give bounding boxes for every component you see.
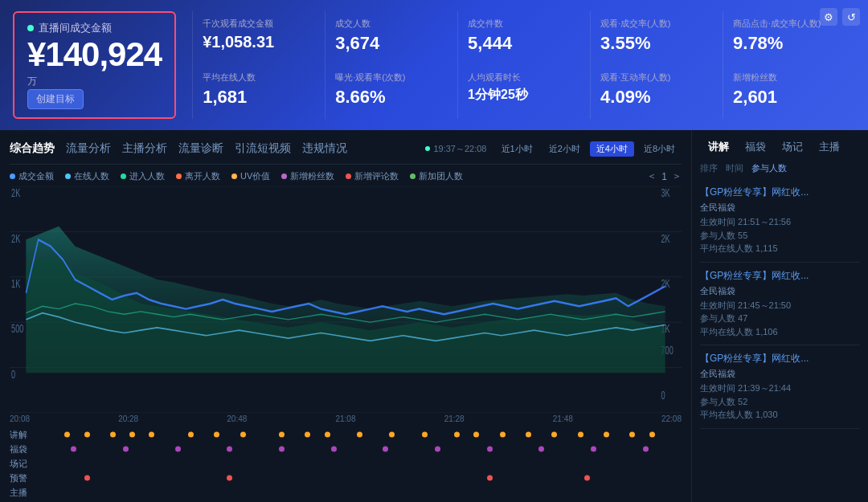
settings-icon[interactable]: ⚙ — [820, 8, 837, 26]
event-row-host: 主播 — [10, 486, 682, 499]
event-dots-record — [32, 457, 682, 470]
rp-item-avgonline-1: 平均在线人数 1,106 — [700, 325, 860, 339]
stat-label-1: 成交人数 — [335, 18, 448, 30]
event-dots-lucky — [32, 443, 682, 455]
rp-item-time-2: 生效时间 21:39～21:44 — [700, 382, 860, 395]
event-dot — [305, 432, 310, 438]
time-buttons: 近1小时 近2小时 近4小时 近8小时 — [495, 141, 682, 157]
stat-item-2: 成交件数 5,444 — [457, 11, 590, 65]
tab-diagnosis[interactable]: 流量诊断 — [178, 138, 235, 159]
tab-shortvideo[interactable]: 引流短视频 — [235, 138, 302, 159]
svg-text:500: 500 — [11, 322, 23, 336]
event-dot — [64, 432, 70, 438]
event-dot — [487, 447, 493, 452]
stat-label-3: 观看·成交率(人数) — [600, 18, 713, 30]
rp-tab-lecture[interactable]: 讲解 — [700, 137, 737, 157]
event-dot — [84, 475, 90, 481]
tab-host[interactable]: 主播分析 — [122, 138, 178, 159]
main-metric-title: 直播间成交金额 — [27, 21, 162, 35]
event-dot — [227, 475, 232, 481]
event-dot — [487, 475, 493, 481]
event-dot — [188, 432, 194, 438]
event-dot — [149, 432, 154, 438]
legend-item-2[interactable]: 进入人数 — [121, 170, 165, 182]
rp-item-0: 【GP粉丝专享】网红收... 全民福袋 生效时间 21:51～21:56 参与人… — [700, 179, 860, 263]
stat-value-0: ¥1,058.31 — [203, 33, 315, 51]
time-btn-8h[interactable]: 近8小时 — [637, 141, 682, 157]
event-dot — [578, 432, 583, 438]
legend-dot-5 — [281, 173, 287, 179]
rp-item-tag-0: 全民福袋 — [700, 202, 860, 214]
legend-item-7[interactable]: 新加团人数 — [410, 170, 463, 182]
legend-label-2: 进入人数 — [129, 170, 165, 182]
legend-dot-1 — [65, 173, 71, 179]
legend-dot-0 — [10, 173, 15, 179]
event-label-record: 场记 — [10, 458, 32, 470]
chart-container: 2K 2K 1K 500 0 3K 2K 2K 1K 700 0 — [10, 186, 682, 413]
right-panel: 讲解 福袋 场记 主播 排序 时间 参与人数 【GP粉丝专享】网红收... 全民… — [691, 130, 868, 502]
event-rows: 讲解 福袋 场记 预警 主播 — [10, 425, 682, 502]
event-dot — [357, 432, 362, 438]
rp-item-time-0: 生效时间 21:51～21:56 — [700, 215, 860, 229]
stat-label-8: 观看·互动率(人数) — [600, 71, 713, 84]
event-dot — [240, 432, 246, 438]
chart-section: 综合趋势 流量分析 主播分析 流量诊断 引流短视频 违规情况 19:37～22:… — [0, 130, 691, 502]
legend-dot-6 — [346, 173, 351, 179]
time-btn-2h[interactable]: 近2小时 — [542, 141, 587, 157]
next-page-icon[interactable]: ＞ — [672, 169, 682, 183]
event-dots-warning — [32, 471, 682, 484]
event-dot — [279, 432, 285, 438]
time-label-2: 20:48 — [227, 414, 247, 423]
event-dot — [473, 432, 479, 438]
create-goal-button[interactable]: 创建目标 — [27, 89, 84, 109]
event-label-host: 主播 — [10, 487, 32, 499]
legend-item-0[interactable]: 成交金额 — [10, 170, 54, 182]
stat-item-8: 观看·互动率(人数) 4.09% — [590, 65, 723, 119]
stat-value-7: 1分钟25秒 — [468, 87, 580, 104]
event-dot — [383, 447, 388, 452]
rp-item-avgonline-0: 平均在线人数 1,115 — [700, 242, 860, 255]
legend-item-3[interactable]: 离开人数 — [176, 170, 220, 182]
prev-page-icon[interactable]: ＜ — [647, 169, 657, 183]
event-dot — [526, 432, 531, 438]
event-label-lucky: 福袋 — [10, 443, 32, 455]
tab-violation[interactable]: 违规情况 — [302, 138, 358, 159]
time-btn-1h[interactable]: 近1小时 — [495, 141, 539, 157]
event-dot — [389, 432, 395, 438]
main-metric-label: 直播间成交金额 — [39, 21, 112, 35]
legend-item-1[interactable]: 在线人数 — [65, 170, 109, 182]
tab-comprehensive[interactable]: 综合趋势 — [10, 138, 66, 159]
rp-tab-host[interactable]: 主播 — [811, 137, 848, 157]
event-dot — [129, 432, 135, 438]
event-dots-lecture — [32, 428, 682, 441]
event-dot — [629, 432, 635, 438]
sort-time[interactable]: 时间 — [726, 162, 743, 174]
event-dot — [279, 447, 285, 452]
svg-text:1K: 1K — [11, 277, 21, 291]
top-stats-bar: 直播间成交金额 ¥140,924 万 创建目标 千次观看成交金额 ¥1,058.… — [0, 0, 868, 130]
rp-sort: 排序 时间 参与人数 — [692, 162, 868, 174]
rp-item-title-1: 【GP粉丝专享】网红收... — [700, 269, 860, 283]
refresh-icon[interactable]: ↺ — [842, 8, 860, 26]
legend-item-5[interactable]: 新增粉丝数 — [281, 170, 334, 182]
event-dot — [175, 447, 181, 452]
top-icons: ⚙ ↺ — [820, 8, 860, 26]
event-row-warning: 预警 — [10, 471, 682, 484]
legend-item-6[interactable]: 新增评论数 — [346, 170, 399, 182]
sort-participants[interactable]: 参与人数 — [751, 162, 787, 174]
event-row-record: 场记 — [10, 457, 682, 470]
event-dot — [551, 432, 557, 438]
chart-svg: 2K 2K 1K 500 0 3K 2K 2K 1K 700 0 — [10, 186, 682, 413]
nav-tabs: 综合趋势 流量分析 主播分析 流量诊断 引流短视频 违规情况 19:37～22:… — [10, 130, 682, 165]
legend-label-1: 在线人数 — [74, 170, 109, 182]
stat-value-6: 8.66% — [335, 87, 448, 108]
time-label-1: 20:28 — [118, 414, 138, 423]
time-range-info: 19:37～22:08 — [425, 143, 486, 155]
legend-item-4[interactable]: UV价值 — [231, 170, 270, 182]
time-btn-4h[interactable]: 近4小时 — [590, 141, 634, 157]
event-dot — [538, 447, 544, 452]
rp-tab-lucky[interactable]: 福袋 — [737, 137, 774, 157]
tab-traffic[interactable]: 流量分析 — [66, 138, 122, 159]
stat-label-5: 平均在线人数 — [203, 71, 315, 84]
rp-tab-record[interactable]: 场记 — [774, 137, 811, 157]
